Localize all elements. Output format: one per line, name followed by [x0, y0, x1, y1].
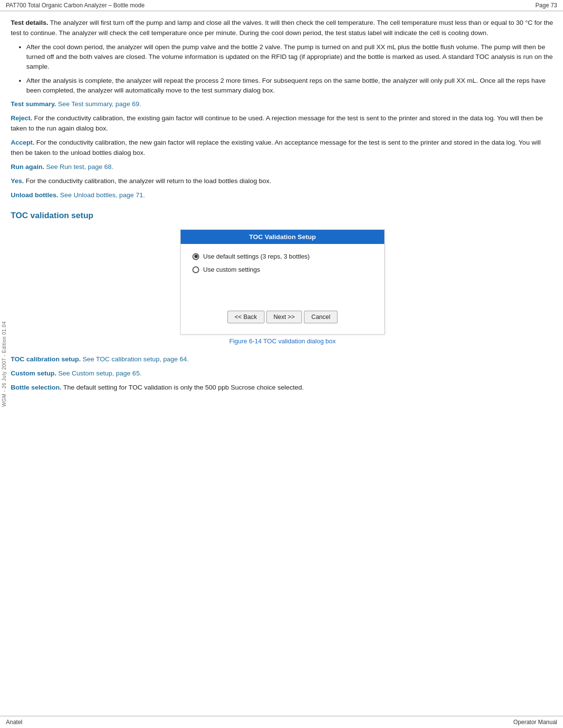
dialog-body: Use default settings (3 reps, 3 bottles)… — [181, 244, 384, 334]
test-summary-paragraph: Test summary. See Test summary, page 69. — [11, 99, 554, 110]
run-again-label: Run again. — [11, 163, 44, 170]
section-heading: TOC validation setup — [11, 211, 554, 221]
custom-setup-paragraph: Custom setup. See Custom setup, page 65. — [11, 369, 554, 379]
custom-setup-link: See Custom setup, page 65. — [58, 370, 142, 377]
yes-paragraph: Yes. For the conductivity calibration, t… — [11, 176, 554, 187]
top-bar: PAT700 Total Organic Carbon Analyzer – B… — [0, 0, 563, 11]
bullet-item-2: After the analysis is complete, the anal… — [26, 76, 554, 96]
radio-custom-icon — [192, 266, 199, 273]
toc-validation-dialog: TOC Validation Setup Use default setting… — [180, 229, 385, 335]
radio-default-icon — [192, 253, 199, 260]
accept-paragraph: Accept. For the conductivity calibration… — [11, 138, 554, 158]
toc-calibration-paragraph: TOC calibration setup. See TOC calibrati… — [11, 355, 554, 365]
bullet-item-1: After the cool down period, the analyzer… — [26, 42, 554, 72]
reject-paragraph: Reject. For the conductivity calibration… — [11, 113, 554, 134]
footer-right: Operator Manual — [513, 719, 557, 726]
yes-label: Yes. — [11, 177, 24, 185]
header-right: Page 73 — [535, 2, 557, 9]
figure-caption: Figure 6-14 TOC validation dialog box — [229, 337, 336, 345]
run-again-link: See Run test, page 68. — [46, 163, 113, 170]
test-details-label: Test details. — [11, 19, 48, 26]
reject-text: For the conductivity calibration, the ex… — [11, 114, 543, 132]
back-button[interactable]: << Back — [227, 311, 264, 323]
yes-text: For the conductivity calibration, the an… — [26, 177, 271, 185]
next-button[interactable]: Next >> — [266, 311, 302, 323]
reject-label: Reject. — [11, 114, 32, 122]
unload-bottles-label: Unload bottles. — [11, 191, 58, 199]
radio-row-default[interactable]: Use default settings (3 reps, 3 bottles) — [192, 253, 373, 260]
dialog-buttons: << Back Next >> Cancel — [192, 306, 373, 329]
unload-bottles-paragraph: Unload bottles. See Unload bottles, page… — [11, 190, 554, 201]
bottle-selection-label: Bottle selection. — [11, 384, 61, 391]
accept-text: For the conductivity calibration, the ne… — [11, 139, 541, 156]
toc-calibration-label: TOC calibration setup. — [11, 355, 81, 363]
header-left: PAT700 Total Organic Carbon Analyzer – B… — [6, 2, 145, 9]
bottle-selection-paragraph: Bottle selection. The default setting fo… — [11, 383, 554, 393]
dialog-title-bar: TOC Validation Setup — [181, 230, 384, 244]
toc-calibration-link: See TOC calibration setup, page 64. — [83, 355, 189, 363]
bottle-selection-text: The default setting for TOC validation i… — [63, 384, 304, 391]
unload-bottles-link: See Unload bottles, page 71. — [60, 191, 145, 199]
run-again-paragraph: Run again. See Run test, page 68. — [11, 162, 554, 172]
bottom-bar: Anatel Operator Manual — [0, 716, 563, 728]
accept-label: Accept. — [11, 139, 35, 146]
bullet-list: After the cool down period, the analyzer… — [26, 42, 554, 95]
main-content: Test details. The analyzer will first tu… — [11, 11, 554, 407]
cancel-button[interactable]: Cancel — [304, 311, 338, 323]
footer-left: Anatel — [6, 719, 22, 726]
side-watermark: WGM - 26 July 2007 - Edition 01.04 — [0, 19, 9, 709]
radio-custom-label: Use custom settings — [203, 266, 260, 273]
custom-setup-label: Custom setup. — [11, 370, 56, 377]
radio-default-label: Use default settings (3 reps, 3 bottles) — [203, 253, 310, 260]
test-summary-label: Test summary. — [11, 100, 56, 108]
dialog-container: TOC Validation Setup Use default setting… — [11, 229, 554, 350]
radio-row-custom[interactable]: Use custom settings — [192, 266, 373, 273]
dialog-spacer — [192, 279, 373, 306]
test-details-paragraph: Test details. The analyzer will first tu… — [11, 18, 554, 38]
test-summary-link: See Test summary, page 69. — [58, 100, 141, 108]
